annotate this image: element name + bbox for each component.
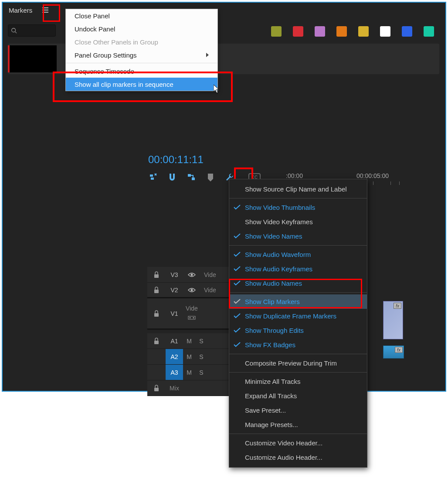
track-v1[interactable]: V1 Vide xyxy=(147,298,242,330)
lock-icon[interactable] xyxy=(153,271,160,278)
svg-rect-10 xyxy=(154,313,159,317)
swatch-white[interactable] xyxy=(380,26,390,37)
track-label[interactable]: V1 xyxy=(166,310,183,317)
wmenu-composite-preview[interactable]: Composite Preview During Trim xyxy=(229,356,367,370)
svg-rect-4 xyxy=(188,174,191,177)
panel-title: Markers xyxy=(9,7,32,14)
eye-icon[interactable] xyxy=(188,287,196,293)
wmenu-minimize-tracks[interactable]: Minimize All Tracks xyxy=(229,374,367,389)
swatch-teal[interactable] xyxy=(424,26,434,37)
svg-line-1 xyxy=(15,32,17,34)
wmenu-video-names[interactable]: Show Video Names xyxy=(229,229,367,243)
keyframe-icon[interactable] xyxy=(188,314,196,322)
track-mix[interactable]: Mix 0 xyxy=(147,380,242,396)
wmenu-source-clip-name[interactable]: Show Source Clip Name and Label xyxy=(229,182,367,196)
eye-icon[interactable] xyxy=(188,272,196,277)
wmenu-manage-presets[interactable]: Manage Presets... xyxy=(229,417,367,432)
marker-thumbnail xyxy=(10,45,57,72)
timeline-display-menu: Show Source Clip Name and Label Show Vid… xyxy=(229,179,367,468)
tracks-header-area: V3 Vide V2 Vide V1 Vide A1 xyxy=(147,267,242,396)
chevron-right-icon xyxy=(206,53,209,57)
search-row xyxy=(8,24,56,37)
wmenu-expand-tracks[interactable]: Expand All Tracks xyxy=(229,389,367,403)
wmenu-through-edits[interactable]: Show Through Edits xyxy=(229,323,367,338)
marker-icon[interactable] xyxy=(206,172,215,182)
snap-icon[interactable] xyxy=(167,172,177,182)
menu-close-panel[interactable]: Close Panel xyxy=(66,9,217,22)
timecode-display[interactable]: 00:00:11:11 xyxy=(148,154,448,166)
wmenu-save-preset[interactable]: Save Preset... xyxy=(229,403,367,417)
wmenu-video-thumbnails[interactable]: Show Video Thumbnails xyxy=(229,200,367,215)
swatch-olive[interactable] xyxy=(271,26,282,37)
track-name: Vide xyxy=(200,271,216,278)
track-label[interactable]: Mix xyxy=(166,385,183,392)
svg-rect-11 xyxy=(188,316,195,319)
check-icon xyxy=(234,313,241,318)
wmenu-show-clip-markers[interactable]: Show Clip Markers xyxy=(229,294,367,309)
lock-icon[interactable] xyxy=(153,385,160,392)
check-icon xyxy=(234,280,241,286)
wmenu-fx-badges[interactable]: Show FX Badges xyxy=(229,338,367,352)
svg-rect-6 xyxy=(154,274,159,278)
track-label[interactable]: A3 xyxy=(166,365,183,380)
mute-button[interactable]: M xyxy=(183,338,195,345)
mute-button[interactable]: M xyxy=(183,353,195,360)
track-a2[interactable]: A2 M S xyxy=(147,349,242,365)
track-v2[interactable]: V2 Vide xyxy=(147,283,242,298)
wmenu-customize-audio-header[interactable]: Customize Audio Header... xyxy=(229,450,367,465)
video-clip[interactable]: fx xyxy=(383,301,403,339)
swatch-orange[interactable] xyxy=(336,26,347,37)
check-icon xyxy=(234,342,241,347)
track-label[interactable]: A2 xyxy=(166,349,183,364)
svg-rect-5 xyxy=(192,178,195,180)
svg-rect-8 xyxy=(154,290,159,293)
mute-button[interactable]: M xyxy=(183,369,195,376)
menu-panel-group-settings[interactable]: Panel Group Settings xyxy=(66,48,217,62)
swatch-blue[interactable] xyxy=(402,26,412,37)
check-icon xyxy=(234,266,241,271)
fx-badge: fx xyxy=(394,303,401,309)
panel-menu-button[interactable] xyxy=(39,4,51,16)
track-label[interactable]: V3 xyxy=(166,271,183,278)
track-name: Vide xyxy=(186,305,198,312)
fx-badge: fx xyxy=(395,347,403,353)
check-icon xyxy=(234,299,241,304)
swatch-red[interactable] xyxy=(293,26,303,37)
lock-icon[interactable] xyxy=(153,310,160,317)
lock-icon[interactable] xyxy=(153,287,160,294)
svg-point-13 xyxy=(193,317,194,318)
svg-rect-15 xyxy=(154,388,159,391)
wmenu-customize-video-header[interactable]: Customize Video Header... xyxy=(229,436,367,450)
swatch-purple[interactable] xyxy=(315,26,325,37)
ruler-label-0: :00:00 xyxy=(286,172,303,179)
wmenu-duplicate-frame-markers[interactable]: Show Duplicate Frame Markers xyxy=(229,309,367,323)
menu-undock-panel[interactable]: Undock Panel xyxy=(66,22,217,35)
track-a3[interactable]: A3 M S xyxy=(147,365,242,380)
wmenu-audio-keyframes[interactable]: Show Audio Keyframes xyxy=(229,262,367,276)
panel-dropdown-menu: Close Panel Undock Panel Close Other Pan… xyxy=(65,9,218,91)
track-label[interactable]: A1 xyxy=(166,338,183,345)
svg-point-7 xyxy=(191,273,193,276)
wmenu-video-keyframes[interactable]: Show Video Keyframes xyxy=(229,215,367,229)
insert-overwrite-icon[interactable] xyxy=(148,172,158,182)
track-label[interactable]: V2 xyxy=(166,287,183,294)
lock-icon[interactable] xyxy=(153,338,160,345)
svg-point-12 xyxy=(190,317,191,318)
linked-selection-icon[interactable] xyxy=(187,172,196,182)
wmenu-audio-names[interactable]: Show Audio Names xyxy=(229,276,367,291)
solo-button[interactable]: S xyxy=(195,353,207,360)
menu-sequence-timecode[interactable]: Sequence Timecode xyxy=(66,65,217,78)
track-a1[interactable]: A1 M S xyxy=(147,333,242,349)
svg-point-0 xyxy=(12,28,16,32)
search-input[interactable] xyxy=(8,24,56,37)
audio-clip[interactable]: fx xyxy=(383,345,404,359)
menu-show-all-clip-markers[interactable]: Show all clip markers in sequence xyxy=(66,78,217,91)
menu-separator xyxy=(66,63,217,63)
wmenu-audio-waveform[interactable]: Show Audio Waveform xyxy=(229,247,367,262)
hamburger-icon xyxy=(42,7,48,13)
track-v3[interactable]: V3 Vide xyxy=(147,267,242,283)
app-window: Markers Close Panel Undock Panel Close O… xyxy=(2,2,446,392)
solo-button[interactable]: S xyxy=(195,369,207,376)
solo-button[interactable]: S xyxy=(195,338,207,345)
swatch-gold[interactable] xyxy=(358,26,369,37)
